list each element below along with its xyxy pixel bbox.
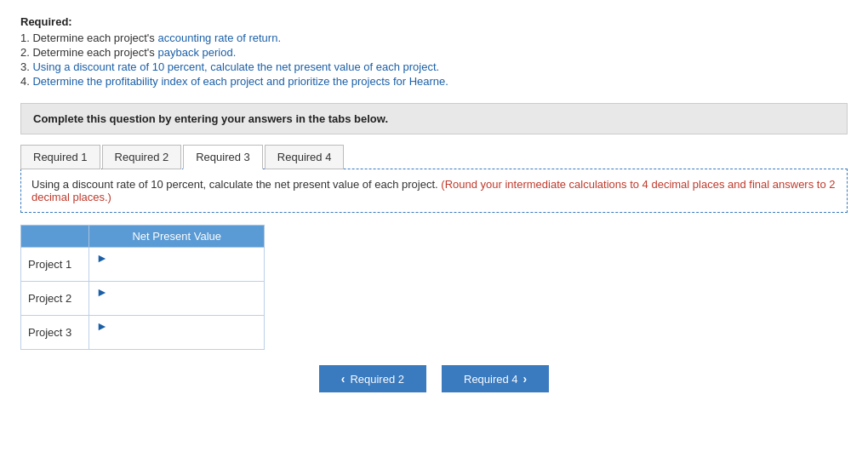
- project2-input[interactable]: [96, 299, 257, 312]
- tabs-row: Required 1 Required 2 Required 3 Require…: [20, 145, 848, 169]
- tab-required-4[interactable]: Required 4: [265, 145, 345, 169]
- tab-required-2[interactable]: Required 2: [102, 145, 182, 169]
- prev-button-label: Required 2: [350, 373, 404, 386]
- prev-button[interactable]: ‹ Required 2: [319, 365, 426, 392]
- project3-input-cell: ►: [89, 316, 265, 350]
- list-item-2-blue: payback period.: [157, 46, 236, 59]
- project1-arrow: ►: [96, 251, 111, 265]
- table-header-label: [21, 226, 89, 248]
- tab-content-plain: Using a discount rate of 10 percent, cal…: [31, 178, 441, 191]
- tab-content: Using a discount rate of 10 percent, cal…: [20, 169, 848, 213]
- list-item-2-plain: Determine each project's: [32, 46, 157, 59]
- prev-chevron-icon: ‹: [341, 372, 345, 386]
- project3-arrow: ►: [96, 319, 111, 333]
- list-item-3-number: 3.: [20, 60, 30, 73]
- project3-input[interactable]: [96, 333, 257, 346]
- tab-required-3[interactable]: Required 3: [183, 145, 263, 169]
- project1-input-cell: ►: [89, 248, 265, 282]
- project1-input[interactable]: [96, 265, 257, 277]
- required-heading: Required:: [20, 15, 848, 28]
- list-item-1-blue: accounting rate of return.: [157, 31, 281, 44]
- project2-input-cell: ►: [89, 282, 265, 316]
- instruction-box: Complete this question by entering your …: [20, 103, 848, 134]
- project1-label: Project 1: [21, 248, 89, 282]
- next-button-label: Required 4: [464, 373, 518, 386]
- table-row: Project 3 ►: [21, 316, 265, 350]
- table-row: Project 2 ►: [21, 282, 265, 316]
- table-row: Project 1 ►: [21, 248, 265, 282]
- next-chevron-icon: ›: [523, 372, 528, 386]
- list-item-4: 4. Determine the profitability index of …: [20, 75, 848, 88]
- list-item-3-blue: Using a discount rate of 10 percent, cal…: [32, 60, 439, 73]
- project2-label: Project 2: [21, 282, 89, 316]
- project2-arrow: ►: [96, 285, 111, 299]
- list-item-1: 1. Determine each project's accounting r…: [20, 31, 848, 44]
- list-item-4-number: 4.: [20, 75, 30, 88]
- list-item-4-blue: Determine the profitability index of eac…: [32, 75, 448, 88]
- next-button[interactable]: Required 4 ›: [442, 365, 549, 392]
- nav-buttons: ‹ Required 2 Required 4 ›: [20, 365, 848, 392]
- npv-table: Net Present Value Project 1 ► Project 2 …: [20, 225, 265, 350]
- list-item-3: 3. Using a discount rate of 10 percent, …: [20, 60, 848, 73]
- project3-label: Project 3: [21, 316, 89, 350]
- list-item-2: 2. Determine each project's payback peri…: [20, 46, 848, 59]
- list-item-1-plain: Determine each project's: [32, 31, 157, 44]
- table-header-npv: Net Present Value: [89, 226, 265, 248]
- list-item-1-number: 1.: [20, 31, 30, 44]
- list-item-2-number: 2.: [20, 46, 30, 59]
- required-list: 1. Determine each project's accounting r…: [20, 31, 848, 88]
- tab-required-1[interactable]: Required 1: [20, 145, 100, 169]
